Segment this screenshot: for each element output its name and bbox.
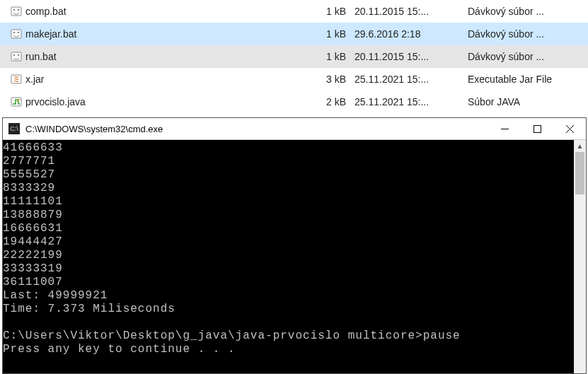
cmd-icon: C:\	[8, 123, 20, 134]
file-row[interactable]: comp.bat1 kB20.11.2015 15:...Dávkový súb…	[0, 0, 588, 23]
svg-rect-1	[534, 125, 541, 132]
file-name: makejar.bat	[25, 28, 305, 40]
file-row[interactable]: prvocislo.java2 kB25.11.2021 15:...Súbor…	[0, 90, 588, 113]
titlebar[interactable]: C:\ C:\WINDOWS\system32\cmd.exe	[3, 118, 586, 140]
file-date: 20.11.2015 15:...	[354, 6, 468, 17]
file-row[interactable]: x.jar3 kB25.11.2021 15:...Executable Jar…	[0, 68, 588, 90]
file-size: 1 kB	[305, 51, 354, 62]
file-name: run.bat	[25, 51, 305, 62]
file-name: comp.bat	[25, 6, 305, 17]
console-wrap: 41666633 2777771 5555527 8333329 1111110…	[3, 140, 586, 373]
window-controls	[488, 118, 586, 140]
scroll-thumb[interactable]	[575, 152, 584, 194]
scroll-up-icon[interactable]: ▲	[574, 140, 586, 152]
jar-icon	[7, 74, 25, 85]
file-row[interactable]: makejar.bat1 kB29.6.2016 2:18Dávkový súb…	[0, 23, 588, 45]
scrollbar[interactable]: ▲	[574, 140, 586, 373]
file-type: Dávkový súbor ...	[468, 28, 588, 40]
file-type: Súbor JAVA	[468, 96, 588, 107]
cmd-window: C:\ C:\WINDOWS\system32\cmd.exe 41666633…	[2, 117, 587, 374]
file-type: Dávkový súbor ...	[468, 51, 588, 62]
file-date: 20.11.2015 15:...	[354, 51, 468, 62]
file-row[interactable]: run.bat1 kB20.11.2015 15:...Dávkový súbo…	[0, 45, 588, 68]
java-icon	[7, 96, 25, 107]
bat-icon	[7, 6, 25, 17]
maximize-button[interactable]	[521, 118, 553, 140]
file-size: 2 kB	[305, 96, 354, 107]
file-name: x.jar	[25, 74, 305, 85]
file-date: 29.6.2016 2:18	[354, 28, 468, 40]
file-type: Executable Jar File	[468, 74, 588, 85]
file-date: 25.11.2021 15:...	[354, 96, 468, 107]
file-explorer-list: comp.bat1 kB20.11.2015 15:...Dávkový súb…	[0, 0, 588, 113]
file-size: 1 kB	[305, 28, 354, 40]
close-button[interactable]	[553, 118, 586, 140]
window-title: C:\WINDOWS\system32\cmd.exe	[25, 124, 488, 134]
minimize-button[interactable]	[488, 118, 521, 140]
file-type: Dávkový súbor ...	[468, 6, 588, 17]
bat-icon	[7, 51, 25, 62]
file-name: prvocislo.java	[25, 96, 305, 107]
file-size: 3 kB	[305, 74, 354, 85]
file-date: 25.11.2021 15:...	[354, 74, 468, 85]
console-output[interactable]: 41666633 2777771 5555527 8333329 1111110…	[3, 140, 574, 373]
bat-icon	[7, 28, 25, 40]
file-size: 1 kB	[305, 6, 354, 17]
